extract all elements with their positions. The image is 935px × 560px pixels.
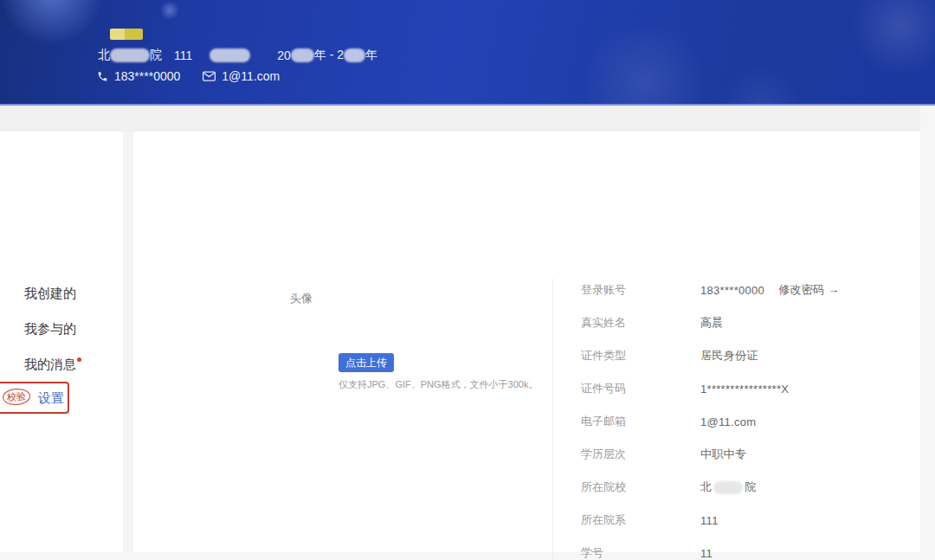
header-phone: 183****0000	[114, 69, 180, 83]
sidebar: 我创建的 我参与的 我的消息 校验 设置	[0, 132, 123, 552]
upload-avatar-button[interactable]: 点击上传	[339, 353, 394, 372]
field-value: 111	[700, 514, 719, 527]
field-label: 学号	[581, 545, 700, 560]
redacted-patch	[291, 48, 314, 62]
field-value: 1@11.com	[700, 415, 757, 428]
field-value-group: 高晨	[700, 315, 724, 331]
year-prefix: 20	[277, 48, 291, 62]
profile-header-banner: 北 院 111 20 年 - 2 年 183****0000 1@11.com	[0, 0, 935, 106]
field-row: 学历层次 中职中专	[581, 438, 935, 471]
school-name-prefix: 北	[98, 48, 110, 63]
avatar-preview-image	[338, 280, 402, 345]
field-label: 所在院校	[581, 480, 700, 495]
field-value-group: 居民身份证	[700, 348, 758, 364]
field-label: 学历层次	[581, 447, 700, 462]
user-avatar	[10, 20, 80, 89]
page-background-band	[0, 106, 935, 132]
sidebar-item-my-participated[interactable]: 我参与的	[24, 321, 76, 338]
vertical-divider	[552, 279, 553, 560]
year-suffix: 年	[365, 48, 377, 63]
upload-hint-text: 仅支持JPG、GIF、PNG格式，文件小于300k。	[339, 378, 538, 391]
field-value: 中职中专	[700, 447, 746, 462]
sidebar-item-settings[interactable]: 设置	[38, 390, 64, 407]
phone-icon	[97, 71, 108, 82]
field-row: 所在院系 111	[581, 504, 935, 537]
field-row: 登录账号 183****0000 修改密码 →	[581, 274, 935, 306]
field-row: 证件类型 居民身份证	[581, 339, 935, 372]
field-value: 1****************X	[700, 383, 789, 396]
settings-panel: 头像 点击上传 仅支持JPG、GIF、PNG格式，文件小于300k。 编辑 登录…	[133, 132, 920, 552]
redacted-patch	[110, 48, 150, 62]
field-value: 高晨	[700, 315, 724, 331]
field-label: 证件类型	[581, 348, 700, 364]
field-value-group: 中职中专	[700, 447, 746, 462]
field-label: 所在院系	[581, 512, 700, 528]
school-name-suffix: 院	[150, 48, 162, 63]
field-value-group: 北 院	[700, 480, 757, 495]
notification-dot	[77, 357, 81, 362]
field-value-group: 183****0000 修改密码 →	[700, 282, 840, 298]
field-value-group: 1****************X	[700, 383, 789, 396]
field-row: 学号 11	[581, 537, 935, 560]
redacted-patch	[210, 48, 250, 62]
sidebar-item-label: 我参与的	[24, 321, 76, 336]
contact-info-line: 183****0000 1@11.com	[97, 69, 280, 83]
field-label: 真实姓名	[581, 315, 700, 331]
field-value-group: 111	[700, 514, 719, 527]
sidebar-item-label: 我创建的	[24, 286, 76, 300]
field-value: 11	[700, 547, 713, 560]
org-number: 111	[174, 48, 192, 62]
field-row: 电子邮箱 1@11.com	[581, 405, 935, 438]
year-mid: 年 - 2	[314, 48, 344, 63]
field-value-group: 11	[700, 547, 713, 560]
field-label: 电子邮箱	[581, 414, 700, 429]
field-row: 证件号码 1****************X	[581, 372, 935, 405]
sidebar-item-label: 我的消息	[24, 357, 76, 371]
sidebar-item-label: 设置	[38, 390, 64, 405]
envelope-icon	[203, 71, 216, 81]
field-value-group: 1@11.com	[700, 415, 757, 428]
redacted-patch	[344, 48, 365, 62]
field-value: 183****0000	[700, 284, 764, 297]
school-info-line: 北 院 111 20 年 - 2 年	[98, 48, 377, 63]
sidebar-item-my-created[interactable]: 我创建的	[24, 286, 76, 302]
field-value: 居民身份证	[700, 348, 758, 364]
field-row: 所在院校 北 院	[581, 471, 935, 504]
role-badge	[110, 29, 143, 40]
profile-fields: 登录账号 183****0000 修改密码 → 真实姓名 高晨 证件类型 居民身…	[581, 274, 935, 560]
header-email: 1@11.com	[222, 69, 280, 83]
change-password-link[interactable]: 修改密码 →	[778, 282, 839, 298]
field-row: 真实姓名 高晨	[581, 306, 935, 339]
field-value: 北	[700, 480, 712, 495]
panel-gap	[123, 132, 133, 552]
sidebar-item-my-messages[interactable]: 我的消息	[24, 357, 81, 373]
field-value-suffix: 院	[745, 480, 756, 495]
redacted-patch	[713, 481, 743, 494]
avatar-field-label: 头像	[290, 291, 313, 306]
field-label: 证件号码	[581, 381, 700, 396]
field-label: 登录账号	[581, 282, 700, 298]
